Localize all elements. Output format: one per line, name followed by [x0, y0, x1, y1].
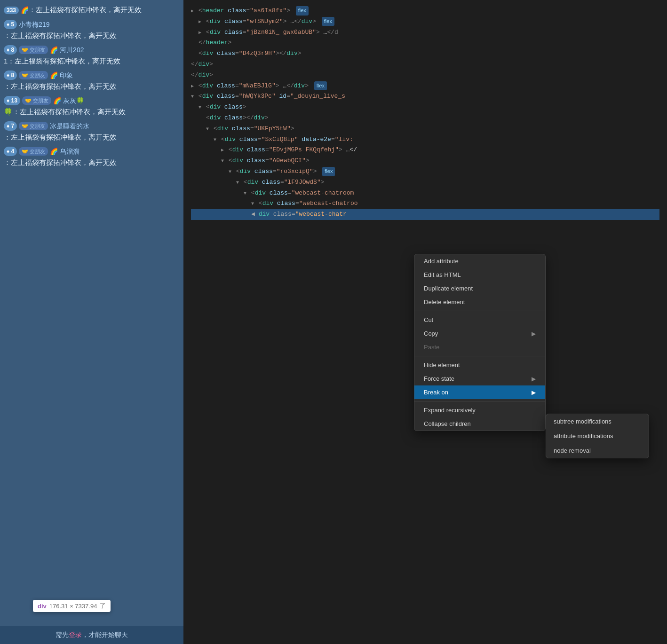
menu-item-break-on[interactable]: Break on ▶ [414, 385, 545, 399]
element-suffix: 了 [100, 602, 106, 610]
submenu-arrow-icon: ▶ [532, 376, 536, 382]
submenu-arrow-icon: ▶ [532, 330, 536, 337]
left-panel: 333 🌈：左上福袋有探拓冲锋衣，离开无效 ♦ 5 小青梅219 ：左上福袋有探… [0, 0, 183, 644]
level-badge: ♦ 8 [4, 71, 17, 80]
menu-separator [414, 401, 545, 401]
username: 🌈 河川202 [50, 45, 84, 55]
list-item: ♦ 7 🤝 交朋友 冰是睡着的水 ：左上福袋有探拓冲锋衣，离开无效 [4, 121, 180, 142]
code-line: ▶ <div class="wTSNJym2"> …</div> flex [191, 16, 659, 27]
code-line: ▶ <div class="mNaEBJlG"> …</div> flex [191, 81, 659, 92]
friend-badge: 🤝 交朋友 [22, 96, 51, 105]
submenu-item-attribute-modifications[interactable]: attribute modifications [546, 429, 649, 443]
level-badge: 333 [4, 7, 19, 14]
element-info-bar: div 176.31 × 7337.94 了 [33, 600, 111, 612]
submenu-break-on: subtree modifications attribute modifica… [546, 414, 649, 458]
username: 冰是睡着的水 [50, 121, 89, 131]
list-item: 333 🌈：左上福袋有探拓冲锋衣，离开无效 [4, 5, 180, 15]
user-info: ♦ 7 🤝 交朋友 冰是睡着的水 [4, 121, 180, 131]
user-info: ♦ 4 🤝 交朋友 🌈 乌溜溜 [4, 147, 180, 157]
user-info: ♦ 8 🤝 交朋友 🌈 河川202 [4, 45, 180, 55]
menu-separator [414, 356, 545, 356]
code-line: ▼ <div class="webcast-chatroom [191, 188, 659, 199]
code-line: ▼ <div class="hWQYk3Pc" id="_douyin_live… [191, 91, 659, 102]
login-link[interactable]: 登录 [69, 631, 82, 638]
menu-item-cut[interactable]: Cut [414, 313, 545, 327]
menu-item-hide-element[interactable]: Hide element [414, 358, 545, 372]
menu-item-add-attribute[interactable]: Add attribute [414, 254, 545, 268]
message-text: 1：左上福袋有探拓冲锋衣，离开无效 [4, 56, 180, 66]
menu-item-force-state[interactable]: Force state ▶ [414, 372, 545, 385]
menu-item-delete-element[interactable]: Delete element [414, 295, 545, 309]
element-dimensions: 176.31 × 7337.94 [49, 603, 97, 610]
code-line: <div class></div> [191, 113, 659, 124]
menu-item-duplicate-element[interactable]: Duplicate element [414, 282, 545, 295]
menu-item-edit-as-html[interactable]: Edit as HTML [414, 268, 545, 282]
level-badge: ♦ 8 [4, 45, 17, 55]
level-badge: ♦ 5 [4, 20, 17, 29]
username: 小青梅219 [19, 20, 49, 30]
code-line: ▼ <div class="lF9JOwdS"> [191, 177, 659, 188]
level-badge: ♦ 7 [4, 121, 17, 131]
code-line: ▼ <div class="webcast-chatroo [191, 198, 659, 209]
submenu-item-subtree-modifications[interactable]: subtree modifications [546, 414, 649, 429]
code-line: </div> [191, 70, 659, 81]
menu-item-paste[interactable]: Paste [414, 340, 545, 354]
level-badge: ♦ 13 [4, 96, 20, 105]
footer-text: 需先登录，才能开始聊天 [56, 631, 128, 639]
message-text: ：左上福袋有探拓冲锋衣，离开无效 [4, 157, 180, 167]
code-line: ▼ <div class="ro3xcipQ"> flex [191, 166, 659, 177]
user-info: ♦ 5 小青梅219 [4, 20, 180, 30]
submenu-item-node-removal[interactable]: node removal [546, 443, 649, 458]
submenu-arrow-icon: ▶ [532, 389, 536, 396]
message-text: ：左上福袋有探拓冲锋衣，离开无效 [4, 81, 180, 91]
code-line: ▼ <div class="A0ewbQCI"> [191, 156, 659, 166]
message-text: ：左上福袋有探拓冲锋衣，离开无效 [4, 132, 180, 142]
friend-badge: 🤝 交朋友 [19, 147, 48, 156]
code-line: </div> [191, 59, 659, 70]
level-badge: ♦ 4 [4, 147, 17, 156]
code-line: </header> [191, 38, 659, 48]
code-line: ▶ <div class="EDvjMGPs FKQqfehj"> …</ [191, 145, 659, 156]
chat-messages: 333 🌈：左上福袋有探拓冲锋衣，离开无效 ♦ 5 小青梅219 ：左上福袋有探… [0, 0, 183, 626]
code-line: ▶ <header class="as6Is8fx"> flex [191, 6, 659, 16]
message-text: 🍀：左上福袋有探拓冲锋衣，离开无效 [4, 107, 180, 117]
code-line: ▼ <div class> [191, 102, 659, 113]
right-panel: ▶ <header class="as6Is8fx"> flex ▶ <div … [183, 0, 667, 644]
friend-badge: 🤝 交朋友 [19, 122, 48, 131]
user-info: ♦ 13 🤝 交朋友 🌈 灰灰🍀 [4, 96, 180, 106]
code-line: ▼ <div class="SxCiQ8ip" data-e2e="liv: [191, 134, 659, 145]
friend-badge: 🤝 交朋友 [19, 71, 48, 80]
list-item: ♦ 8 🤝 交朋友 🌈 河川202 1：左上福袋有探拓冲锋衣，离开无效 [4, 45, 180, 66]
message-text: ：左上福袋有探拓冲锋衣，离开无效 [4, 31, 180, 40]
list-item: ♦ 13 🤝 交朋友 🌈 灰灰🍀 🍀：左上福袋有探拓冲锋衣，离开无效 [4, 96, 180, 117]
menu-item-expand-recursively[interactable]: Expand recursively [414, 403, 545, 417]
menu-separator [414, 311, 545, 311]
code-line: <div class="D4zQ3r9H"></div> [191, 48, 659, 59]
username: 🌈 乌溜溜 [50, 147, 79, 157]
selected-code-line: ◀ div class="webcast-chatr [191, 209, 659, 220]
code-line: ▼ <div class="UKFpY5tW"> [191, 124, 659, 134]
list-item: ♦ 8 🤝 交朋友 🌈 印象 ：左上福袋有探拓冲锋衣，离开无效 [4, 71, 180, 91]
list-item: ♦ 5 小青梅219 ：左上福袋有探拓冲锋衣，离开无效 [4, 20, 180, 40]
user-info: ♦ 8 🤝 交朋友 🌈 印象 [4, 71, 180, 80]
chat-footer: 需先登录，才能开始聊天 [0, 626, 183, 644]
friend-badge: 🤝 交朋友 [19, 46, 48, 55]
menu-item-collapse-children[interactable]: Collapse children [414, 417, 545, 431]
code-line: ▶ <div class="jBzn0iN_ gwx0abUB"> …</d [191, 27, 659, 38]
list-item: ♦ 4 🤝 交朋友 🌈 乌溜溜 ：左上福袋有探拓冲锋衣，离开无效 [4, 147, 180, 167]
message-text: 333 🌈：左上福袋有探拓冲锋衣，离开无效 [4, 5, 180, 15]
div-tag: div [38, 603, 47, 610]
username: 🌈 灰灰🍀 [53, 96, 84, 106]
context-menu: Add attribute Edit as HTML Duplicate ele… [414, 254, 546, 431]
username: 🌈 印象 [50, 71, 73, 80]
menu-item-copy[interactable]: Copy ▶ [414, 327, 545, 340]
